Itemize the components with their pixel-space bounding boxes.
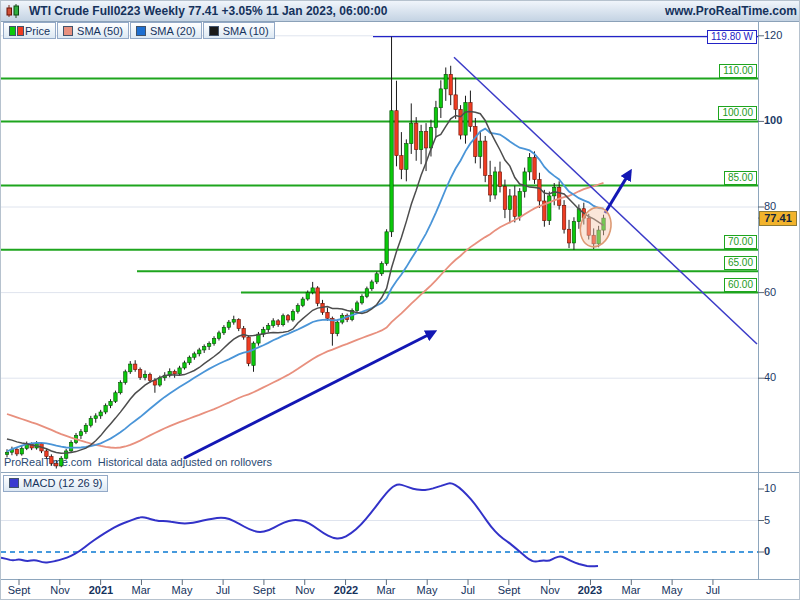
candle-body xyxy=(528,157,531,172)
candle-body xyxy=(434,108,437,128)
candle-body xyxy=(138,370,141,378)
candles xyxy=(5,37,605,469)
candle-body xyxy=(454,95,457,110)
prorealtime-chart-window: WTI Crude Full0223 Weekly 77.41 +3.05% 1… xyxy=(0,0,800,600)
candle-body xyxy=(129,364,132,372)
macd-legend-tab: MACD (12 26 9) xyxy=(3,474,108,492)
chart-title: WTI Crude Full0223 Weekly 77.41 +3.05% 1… xyxy=(29,4,387,18)
candle-body xyxy=(79,432,82,436)
candle-body xyxy=(109,401,112,405)
legend-tab-sma20[interactable]: SMA (20) xyxy=(130,22,202,39)
candle-body xyxy=(572,222,575,243)
candle-body xyxy=(124,372,127,383)
price-up-swatch-icon xyxy=(9,26,16,36)
candle-body xyxy=(173,371,176,374)
candle-body xyxy=(380,263,383,273)
candle-body xyxy=(301,299,304,305)
candle-body xyxy=(360,296,363,302)
candle-body xyxy=(94,416,97,419)
legend-tab-price[interactable]: Price xyxy=(3,22,56,39)
sma-50-line xyxy=(7,183,604,448)
candle-body xyxy=(203,347,206,350)
candle-body xyxy=(306,293,309,299)
candle-body xyxy=(272,321,275,326)
candle-body xyxy=(291,311,294,320)
candle-body xyxy=(419,132,422,150)
candle-body xyxy=(370,282,373,289)
candle-body xyxy=(133,364,136,370)
candle-body xyxy=(207,344,210,347)
candle-body xyxy=(148,374,151,380)
candle-body xyxy=(296,305,299,311)
candle-body xyxy=(424,132,427,148)
candle-body xyxy=(508,196,511,210)
candle-body xyxy=(503,186,506,209)
candle-body xyxy=(193,354,196,357)
candle-body xyxy=(405,144,408,170)
candle-body xyxy=(237,320,240,329)
axis-frame xyxy=(1,21,800,600)
sma10-swatch-icon xyxy=(209,26,219,36)
candle-body xyxy=(183,363,186,368)
price-levels xyxy=(1,37,758,293)
candle-body xyxy=(50,457,53,464)
candle-body xyxy=(212,338,215,343)
candle-body xyxy=(89,418,92,425)
candle-body xyxy=(276,321,279,325)
candle-body xyxy=(252,343,255,365)
sma20-swatch-icon xyxy=(136,26,146,36)
website-link[interactable]: www.ProRealTime.com xyxy=(665,4,797,18)
candle-body xyxy=(469,103,472,127)
candle-body xyxy=(365,289,368,297)
legend-tab-sma50[interactable]: SMA (50) xyxy=(57,22,129,39)
candle-body xyxy=(178,368,181,374)
candle-body xyxy=(355,303,358,311)
candle-body xyxy=(513,196,516,217)
candle-body xyxy=(20,448,23,454)
candle-body xyxy=(198,350,201,354)
legend-price-label: Price xyxy=(25,25,50,37)
candle-body xyxy=(45,451,48,457)
candle-body xyxy=(484,141,487,175)
candle-body xyxy=(375,274,378,282)
candle-body xyxy=(311,288,314,293)
candle-body xyxy=(5,452,8,454)
candle-body xyxy=(217,333,220,339)
candle-body xyxy=(286,316,289,320)
candle-body xyxy=(557,187,560,205)
legend-tab-macd[interactable]: MACD (12 26 9) xyxy=(3,475,108,492)
candle-body xyxy=(104,406,107,412)
sma-lines xyxy=(7,112,604,454)
candle-body xyxy=(143,374,146,377)
candle-body xyxy=(60,458,63,466)
down-trendline[interactable] xyxy=(454,57,757,344)
candle-body xyxy=(99,412,102,416)
legend-sma20-label: SMA (20) xyxy=(150,25,196,37)
candle-body xyxy=(498,172,501,187)
candle-body xyxy=(518,192,521,217)
candle-body xyxy=(390,111,393,232)
candle-body xyxy=(464,103,467,136)
candle-body xyxy=(444,74,447,89)
candle-body xyxy=(523,172,526,192)
candle-body xyxy=(479,141,482,156)
candle-body xyxy=(114,393,117,402)
candle-body xyxy=(316,288,319,303)
candle-body xyxy=(548,196,551,221)
candle-body xyxy=(232,320,235,323)
candle-body xyxy=(474,127,477,157)
legend-tab-sma10[interactable]: SMA (10) xyxy=(203,22,275,39)
candle-body xyxy=(69,442,72,451)
candle-body xyxy=(188,357,191,363)
macd-swatch-icon xyxy=(9,478,19,488)
candle-body xyxy=(336,322,339,334)
legend-sma50-label: SMA (50) xyxy=(77,25,123,37)
price-down-swatch-icon xyxy=(17,26,24,36)
legend-macd-label: MACD (12 26 9) xyxy=(23,477,102,489)
candle-body xyxy=(227,322,230,327)
macd-panel xyxy=(1,483,758,566)
macd-line xyxy=(1,483,598,566)
price-legend: Price SMA (50) SMA (20) SMA (10) xyxy=(3,22,275,39)
chart-area[interactable] xyxy=(1,21,800,600)
candle-body xyxy=(267,326,270,330)
